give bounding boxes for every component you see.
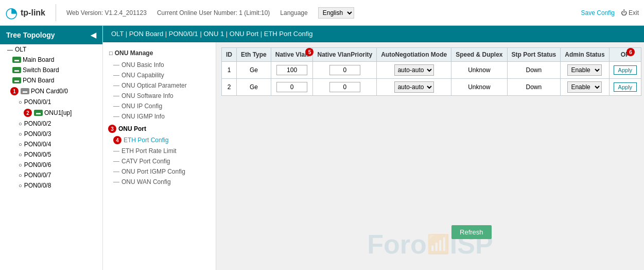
onu-manage-section[interactable]: □ ONU Manage [103,46,216,60]
watermark-wifi-icon: 📶 [427,233,450,255]
nav-onu-software[interactable]: ―ONU Software Info [103,91,216,101]
nav-eth-port-rate[interactable]: ―ETH Port Rate Limit [103,146,216,156]
sidebar-item-pon005[interactable]: ○ PON0/0/5 [0,149,102,160]
row2-apply-button[interactable]: Apply [614,82,637,92]
onu-up-icon: ▬ [34,110,43,116]
sidebar-title: Tree Topology [6,31,55,39]
row2-admin-select[interactable]: Enable Disable [567,81,602,93]
col-auto-nego: AutoNegotiation Mode [377,48,451,62]
topbar-right: Save Config ⏻ Exit [581,9,639,16]
power-icon: ⏻ [621,9,627,16]
left-nav: □ ONU Manage ―ONU Basic Info ―ONU Capabi… [103,42,216,270]
row2-vlan-priority[interactable] [313,79,377,96]
table-row: 2 Ge auto-auto 100-full [222,79,641,96]
row1-vlan-priority[interactable] [313,62,377,79]
row1-op[interactable]: Apply [609,62,641,79]
logo-area: ◔ tp-link [5,4,56,21]
sidebar-item-onu1[interactable]: 2 ▬ ONU1[up] [0,107,102,119]
nav-catv-port[interactable]: ―CATV Port Config [103,156,216,166]
sidebar-item-pon004[interactable]: ○ PON0/0/4 [0,139,102,149]
row1-vlan-priority-input[interactable] [329,65,360,75]
nav-onu-optical[interactable]: ―ONU Optical Parameter [103,80,216,91]
col-id: ID [222,48,237,62]
row1-auto-nego[interactable]: auto-auto 100-full 100-half 10-full 10-h… [377,62,451,79]
badge-3: 3 [108,125,116,133]
sidebar-header: Tree Topology ◀ [0,26,102,44]
col-admin-status: Admin Status [561,48,609,62]
row1-native-vlan[interactable] [271,62,313,79]
sidebar: Tree Topology ◀ — OLT ▬ Main Board ▬ Swi… [0,26,103,270]
badge-1: 1 [10,87,19,95]
language-select[interactable]: English [318,7,354,19]
row1-native-vlan-input[interactable] [276,65,307,75]
topbar-info: Web Version: V1.2.4_201123 Current Onlin… [56,7,581,19]
col-native-vlan: Native Vlan 5 [271,48,313,62]
breadcrumb: OLT | PON Board | PON0/0/1 | ONU 1 | ONU… [103,26,644,42]
row1-auto-nego-select[interactable]: auto-auto 100-full 100-half 10-full 10-h… [394,64,434,76]
sidebar-item-pon008[interactable]: ○ PON0/0/8 [0,180,102,191]
col-eth-type: Eth Type [237,48,271,62]
dash-icon-6: ○ [19,162,22,168]
logo-icon: ◔ [5,4,18,21]
sidebar-item-pon006[interactable]: ○ PON0/0/6 [0,160,102,170]
badge-6: 6 [626,48,635,56]
row2-speed-duplex: Unknow [451,79,507,96]
dash-icon: ○ [19,121,22,127]
nav-onu-capability[interactable]: ―ONU Capability [103,70,216,80]
exit-button[interactable]: ⏻ Exit [621,9,639,16]
row1-stp-status: Down [507,62,561,79]
online-users: Current Online User Number: 1 (Limit:10) [157,9,270,16]
main-panel: ID Eth Type Native Vlan 5 Native VlanPri… [216,42,644,270]
dash-icon-5: ○ [19,151,22,158]
sidebar-item-pon003[interactable]: ○ PON0/0/3 [0,129,102,139]
nav-onu-basic-info[interactable]: ―ONU Basic Info [103,60,216,70]
nav-onu-port-igmp[interactable]: ―ONU Port IGMP Config [103,166,216,177]
sidebar-collapse-button[interactable]: ◀ [91,31,96,39]
sidebar-item-olt[interactable]: — OLT [0,44,102,55]
pon-card-icon: ▬ [21,88,29,94]
sidebar-item-main-board[interactable]: ▬ Main Board [0,55,102,65]
expand-icon: □ [109,50,113,56]
col-native-vlan-priority: Native VlanPriority [313,48,377,62]
onu-manage-label: ONU Manage [115,49,153,57]
row2-vlan-priority-input[interactable] [329,82,360,92]
eth-port-config-table: ID Eth Type Native Vlan 5 Native VlanPri… [221,47,641,96]
badge-2: 2 [24,109,32,117]
row1-apply-button[interactable]: Apply [614,65,637,75]
col-op: OP 6 [609,48,641,62]
sidebar-item-pon001[interactable]: ○ PON0/0/1 [0,97,102,107]
row2-op[interactable]: Apply [609,79,641,96]
content-area: OLT | PON Board | PON0/0/1 | ONU 1 | ONU… [103,26,644,270]
row2-auto-nego[interactable]: auto-auto 100-full 100-half 10-full 10-h… [377,79,451,96]
onu-port-label: ONU Port [118,125,146,132]
row1-admin-select[interactable]: Enable Disable [567,64,602,76]
onu-port-section[interactable]: 3 ONU Port [103,122,216,134]
sidebar-item-switch-board[interactable]: ▬ Switch Board [0,65,102,75]
row1-admin-status[interactable]: Enable Disable [561,62,609,79]
sidebar-item-pon002[interactable]: ○ PON0/0/2 [0,119,102,129]
nav-onu-igmp[interactable]: ―ONU IGMP Info [103,111,216,122]
sidebar-item-pon-board[interactable]: ▬ PON Board [0,75,102,86]
row2-auto-nego-select[interactable]: auto-auto 100-full 100-half 10-full 10-h… [394,81,434,93]
save-config-button[interactable]: Save Config [581,9,615,16]
sidebar-item-pon-card[interactable]: 1 ▬ PON Card0/0 [0,86,102,97]
switch-icon: ▬ [12,67,21,73]
nav-onu-wan[interactable]: ―ONU WAN Config [103,177,216,187]
refresh-button[interactable]: Refresh [451,225,492,239]
row1-eth-type: Ge [237,62,271,79]
watermark-foro: Foro [367,229,427,260]
sidebar-item-pon007[interactable]: ○ PON0/0/7 [0,170,102,180]
row2-native-vlan[interactable] [271,79,313,96]
row2-admin-status[interactable]: Enable Disable [561,79,609,96]
pon-board-icon: ▬ [12,77,21,83]
badge-4: 4 [113,136,121,144]
nav-eth-port-config[interactable]: 4 ETH Port Config [103,134,216,146]
minus-icon: — [7,46,13,53]
table-row: 1 Ge auto-auto 100-full [222,62,641,79]
nav-onu-ip[interactable]: ―ONU IP Config [103,101,216,111]
row2-stp-status: Down [507,79,561,96]
logo-text: tp-link [21,8,45,18]
expand-icon: ○ [19,99,22,105]
row2-id: 2 [222,79,237,96]
row2-native-vlan-input[interactable] [276,82,307,92]
